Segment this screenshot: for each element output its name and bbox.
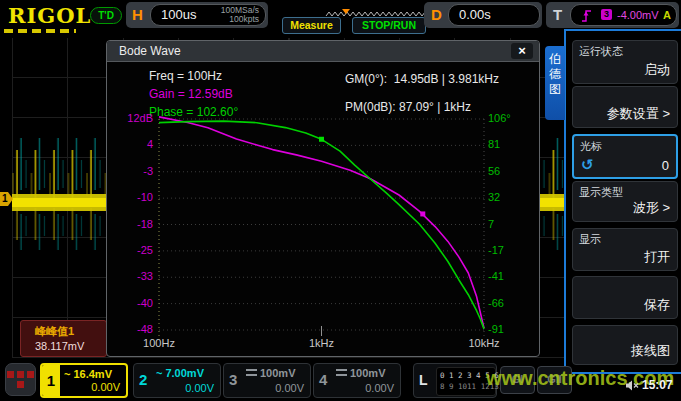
phase-axis-tick: 81	[488, 138, 536, 150]
channel-1-box[interactable]: 1~16.4mV0.00V	[40, 363, 128, 398]
phase-axis-tick: -66	[488, 297, 536, 309]
menu-grid-icon	[7, 371, 14, 378]
sidebar-item-接线图[interactable]: 接线图	[572, 325, 678, 365]
channel-scale: 100mV	[336, 367, 385, 379]
oscilloscope-screen: RIGOL T'D H 100us 100MSa/s 100kpts Measu…	[0, 0, 681, 401]
menu-grid-button[interactable]	[5, 363, 36, 396]
ac-coupling-icon: ~	[64, 368, 70, 380]
channel-2-box[interactable]: 2~7.00mV0.00V	[133, 363, 221, 398]
sidebar-item-label: 显示	[579, 232, 601, 247]
trigger-position-marker	[342, 9, 350, 14]
menu-grid-icon	[17, 381, 24, 388]
gain-axis-tick: -25	[109, 244, 153, 256]
menu-grid-icon	[17, 371, 24, 378]
sidebar-item-value: 保存	[644, 296, 670, 314]
sidebar-item-运行状态[interactable]: 运行状态启动	[572, 40, 678, 84]
generator1-box[interactable]: GI	[500, 366, 535, 394]
phase-axis-tick: 56	[488, 165, 536, 177]
gain-axis-tick: -10	[109, 191, 153, 203]
measure-button[interactable]: Measure	[282, 17, 341, 34]
sidebar-top-border	[564, 29, 681, 31]
cursor-marker	[319, 137, 324, 142]
channel-offset: 0.00V	[185, 382, 214, 394]
bode-chart	[107, 41, 539, 356]
sidebar-item-显示类型[interactable]: 显示类型波形 >	[572, 181, 678, 222]
x-axis-tick: 100Hz	[135, 337, 183, 349]
trigger-settings-group[interactable]: T 3 -4.00mV A	[546, 2, 679, 28]
gain-axis-tick: -40	[109, 297, 153, 309]
gain-axis-tick: 4	[109, 138, 153, 150]
menu-grid-icon	[27, 371, 34, 378]
measurement-value: 38.117mV	[35, 340, 84, 352]
digital-channels-row1: 0 1 2 3 4 5 6 7	[440, 371, 508, 380]
channel-number: 4	[319, 371, 327, 388]
x-axis-tick: 10kHz	[460, 337, 508, 349]
sidebar-item-label: 光标	[580, 139, 602, 154]
channel-number: 3	[229, 371, 237, 388]
dc-coupling-icon	[246, 369, 257, 378]
phase-axis-tick: 7	[488, 218, 536, 230]
sidebar-item-value: 启动	[644, 61, 670, 79]
sidebar-item-value: 打开	[644, 248, 670, 266]
channel-4-box[interactable]: 4100mV0.00V	[313, 363, 401, 398]
sidebar-item-label: 运行状态	[579, 44, 623, 59]
clipped-waveform-top	[4, 29, 76, 33]
cursor-marker	[420, 211, 425, 216]
channel-offset: 0.00V	[91, 381, 120, 393]
trigger-status-badge: T'D	[90, 7, 122, 24]
sidebar-item-value: 接线图	[631, 342, 670, 360]
trigger-slope-icon	[581, 8, 592, 23]
sidebar-item-label: 显示类型	[579, 185, 623, 200]
clock: 15:07	[642, 378, 673, 392]
run-stop-button[interactable]: STOP/RUN	[352, 17, 426, 34]
sidebar-item-显示[interactable]: 显示打开	[572, 228, 678, 271]
trigger-source-badge: 3	[601, 9, 612, 20]
horizontal-settings-group[interactable]: H 100us 100MSa/s 100kpts	[126, 2, 268, 28]
channel-scale: ~16.4mV	[64, 368, 112, 380]
sidebar-item-光标[interactable]: 光标↺0	[572, 134, 678, 179]
dc-coupling-icon	[336, 369, 347, 378]
ac-coupling-icon: ~	[156, 367, 162, 379]
x-axis-tick: 1kHz	[298, 337, 346, 349]
sidebar-bottom-border	[564, 372, 681, 374]
gain-axis-tick: -48	[109, 323, 153, 335]
channel-number: 1	[42, 365, 60, 396]
generator2-box[interactable]: GII	[537, 366, 572, 394]
horizontal-label: H	[132, 6, 143, 23]
channel-number: 2	[139, 371, 147, 388]
sidebar-item-value: 参数设置 >	[607, 105, 670, 123]
logic-analyzer-box[interactable]: L 0 1 2 3 4 5 6 7 8 9 1011 12131415	[413, 363, 497, 398]
channel-offset: 0.00V	[365, 382, 394, 394]
channel-offset: 0.00V	[275, 382, 304, 394]
trigger-level-value: -4.00mV	[617, 9, 659, 21]
gain-axis-tick: -18	[109, 218, 153, 230]
measurement-badge[interactable]: 峰峰值1 38.117mV	[20, 320, 107, 357]
measurement-label: 峰峰值1	[35, 324, 74, 339]
sidebar-item-参数设置[interactable]: 参数设置 >	[572, 86, 678, 128]
timebase-pill: 100us 100MSa/s 100kpts	[150, 4, 266, 26]
sidebar-item-value: 波形 >	[633, 199, 670, 217]
delay-label: D	[431, 6, 442, 23]
channel-3-box[interactable]: 3100mV0.00V	[223, 363, 311, 398]
phase-axis-tick: 106°	[488, 112, 536, 124]
delay-group[interactable]: D 0.00s	[424, 2, 542, 28]
trigger-label: T	[553, 6, 562, 23]
tab-bode-plot[interactable]: 伯德图	[545, 46, 565, 120]
sidebar-item-保存[interactable]: 保存	[572, 276, 678, 319]
phase-axis-tick: -17	[488, 244, 536, 256]
memory-depth: 100kpts	[221, 15, 259, 24]
curve-gain	[159, 117, 484, 328]
delay-value: 0.00s	[459, 7, 491, 22]
phase-axis-tick: -41	[488, 270, 536, 282]
logic-analyzer-label: L	[419, 372, 428, 388]
gain-axis-tick: -33	[109, 270, 153, 282]
phase-axis-tick: -91	[488, 323, 536, 335]
gain-axis-tick: 12dB	[109, 112, 153, 124]
channel-scale: 100mV	[246, 367, 295, 379]
rigol-logo: RIGOL	[8, 3, 91, 28]
digital-channels-panel: 0 1 2 3 4 5 6 7 8 9 1011 12131415	[436, 367, 496, 396]
acquisition-info: 100MSa/s 100kpts	[221, 6, 259, 24]
channel-scale: ~7.00mV	[156, 367, 204, 379]
gain-axis-tick: -3	[109, 165, 153, 177]
timebase-value: 100us	[161, 7, 196, 22]
